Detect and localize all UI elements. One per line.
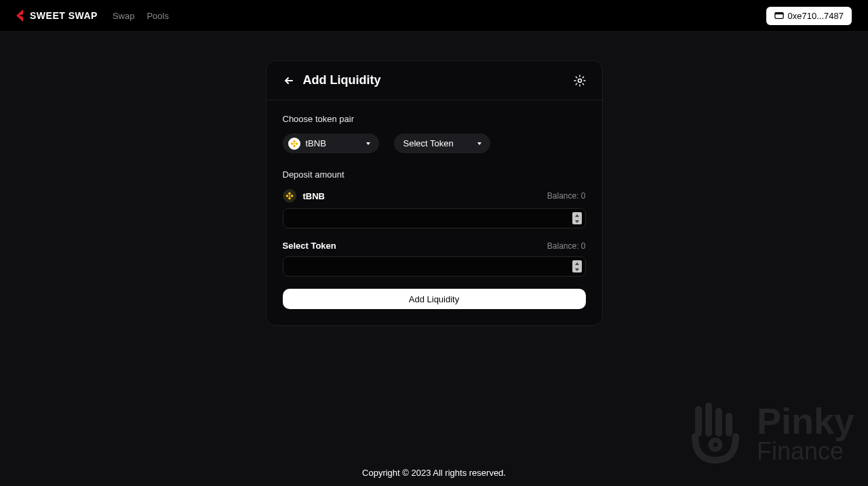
add-liquidity-card: Add Liquidity Choose token pair tBNB Sel…: [266, 60, 603, 326]
svg-point-3: [711, 440, 720, 449]
brand-name: SWEET SWAP: [30, 10, 98, 21]
main-nav: Swap Pools: [113, 11, 169, 21]
nav-pools[interactable]: Pools: [146, 11, 169, 21]
token-pair-selects: tBNB Select Token: [283, 134, 586, 153]
main-content: Add Liquidity Choose token pair tBNB Sel…: [0, 32, 868, 326]
settings-icon[interactable]: [574, 75, 586, 87]
card-body: Choose token pair tBNB Select Token Depo…: [267, 100, 602, 325]
deposit-b-input-wrap: [283, 256, 586, 277]
bnb-icon: [288, 138, 300, 150]
deposit-a-balance: Balance: 0: [547, 191, 586, 201]
nav-swap[interactable]: Swap: [113, 11, 135, 21]
chevron-down-icon: [366, 141, 371, 146]
watermark-line2: Finance: [757, 439, 854, 464]
deposit-b-balance: Balance: 0: [547, 241, 586, 251]
deposit-amount-label: Deposit amount: [283, 169, 586, 180]
wallet-icon: [774, 11, 784, 20]
deposit-a-token: tBNB: [283, 189, 326, 203]
watermark: Pinky Finance: [685, 399, 854, 467]
wallet-button[interactable]: 0xe710...7487: [766, 7, 852, 25]
back-arrow-icon[interactable]: [283, 75, 295, 87]
watermark-line1: Pinky: [757, 403, 854, 439]
brand-logo[interactable]: SWEET SWAP: [16, 9, 98, 22]
card-title: Add Liquidity: [303, 73, 381, 87]
deposit-a-symbol: tBNB: [303, 191, 326, 201]
token-b-label: Select Token: [403, 138, 454, 148]
token-a-label: tBNB: [306, 138, 326, 148]
deposit-a-input-wrap: [283, 208, 586, 228]
logo-icon: [16, 9, 26, 22]
svg-rect-1: [774, 13, 783, 15]
token-a-select[interactable]: tBNB: [283, 134, 379, 153]
watermark-icon: [685, 399, 746, 467]
deposit-b-input[interactable]: [283, 256, 586, 277]
deposit-b-symbol: Select Token: [283, 241, 336, 251]
quantity-stepper[interactable]: [572, 260, 582, 272]
deposit-a-row: tBNB Balance: 0: [283, 189, 586, 203]
wallet-address: 0xe710...7487: [788, 11, 844, 21]
chevron-down-icon: [477, 141, 482, 146]
token-b-select[interactable]: Select Token: [394, 134, 490, 153]
choose-pair-label: Choose token pair: [283, 114, 586, 124]
svg-point-2: [578, 79, 581, 82]
deposit-a-input[interactable]: [283, 208, 586, 228]
app-header: SWEET SWAP Swap Pools 0xe710...7487: [0, 0, 868, 32]
bnb-icon: [283, 189, 296, 203]
add-liquidity-button[interactable]: Add Liquidity: [283, 289, 586, 309]
footer-copyright: Copyright © 2023 All rights reserved.: [0, 468, 868, 478]
deposit-b-row: Select Token Balance: 0: [283, 241, 586, 251]
quantity-stepper[interactable]: [572, 212, 582, 224]
card-header: Add Liquidity: [267, 61, 602, 100]
